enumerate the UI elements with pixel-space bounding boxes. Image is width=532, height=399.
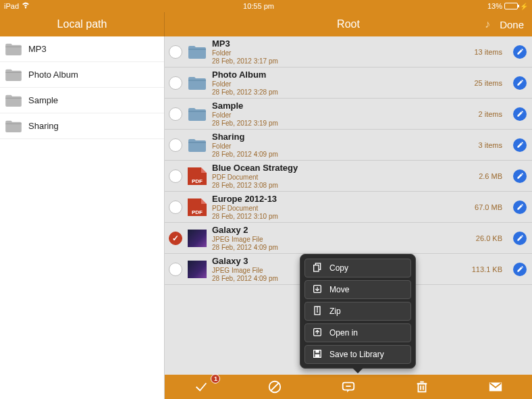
sidebar-item[interactable]: Sample xyxy=(0,88,164,113)
svg-rect-18 xyxy=(315,350,319,352)
file-row[interactable]: MP3 Folder 28 Feb, 2012 3:17 pm 13 items xyxy=(165,36,532,68)
row-date: 28 Feb, 2012 4:09 pm xyxy=(212,244,471,251)
file-row[interactable]: Sharing Folder 28 Feb, 2012 4:09 pm 3 it… xyxy=(165,130,532,161)
file-row[interactable]: Galaxy 2 JPEG Image File 28 Feb, 2012 4:… xyxy=(165,223,532,254)
file-row[interactable]: PDF Europe 2012-13 PDF Document 28 Feb, … xyxy=(165,192,532,223)
popover-item-label: Open in xyxy=(329,328,358,338)
svg-line-1 xyxy=(271,383,279,391)
file-row[interactable]: Sample Folder 28 Feb, 2012 3:19 pm 2 ite… xyxy=(165,99,532,130)
edit-button[interactable] xyxy=(513,201,527,214)
sidebar-item[interactable]: Sharing xyxy=(0,113,164,139)
row-meta: 2.6 MB xyxy=(479,172,502,180)
folder-icon xyxy=(188,74,207,92)
wifi-icon xyxy=(22,2,30,10)
pdf-icon: PDF xyxy=(188,167,207,185)
row-type: Folder xyxy=(212,49,469,57)
edit-button[interactable] xyxy=(513,169,527,183)
select-button[interactable]: 1 xyxy=(194,379,209,394)
header-left-title: Local path xyxy=(0,12,165,36)
header-right-title: Root xyxy=(165,18,532,30)
popover-item-label: Save to Library xyxy=(329,350,384,359)
row-checkbox[interactable] xyxy=(169,263,182,276)
row-type: PDF Document xyxy=(212,174,473,181)
svg-rect-11 xyxy=(314,265,319,271)
sidebar-item[interactable]: MP3 xyxy=(0,36,164,62)
delete-button[interactable] xyxy=(415,379,429,394)
row-type: PDF Document xyxy=(212,205,469,212)
row-checkbox[interactable] xyxy=(169,138,182,152)
charging-icon: ⚡ xyxy=(520,3,528,10)
row-info: Photo Album Folder 28 Feb, 2012 3:28 pm xyxy=(212,70,469,96)
status-time: 10:55 pm xyxy=(30,2,487,10)
device-label: iPad xyxy=(4,2,19,10)
music-icon[interactable]: ♪ xyxy=(485,18,490,30)
file-row[interactable]: PDF Blue Ocean Strategy PDF Document 28 … xyxy=(165,161,532,192)
row-checkbox[interactable] xyxy=(169,232,182,245)
header: Local path Root ♪ Done xyxy=(0,12,532,36)
edit-button[interactable] xyxy=(513,107,527,121)
popover-item-openin[interactable]: Open in xyxy=(304,323,411,342)
status-bar: iPad 10:55 pm 13% ⚡ xyxy=(0,0,532,12)
row-info: Europe 2012-13 PDF Document 28 Feb, 2012… xyxy=(212,194,469,220)
popover-item-save[interactable]: Save to Library xyxy=(304,345,411,364)
row-info: Sharing Folder 28 Feb, 2012 4:09 pm xyxy=(212,132,473,158)
row-info: Sample Folder 28 Feb, 2012 3:19 pm xyxy=(212,101,473,127)
edit-button[interactable] xyxy=(513,138,527,152)
row-name: Europe 2012-13 xyxy=(212,194,469,204)
pdf-icon: PDF xyxy=(188,198,207,216)
svg-point-15 xyxy=(317,311,318,313)
row-meta: 13 items xyxy=(474,48,502,56)
row-checkbox[interactable] xyxy=(169,107,182,121)
openin-icon xyxy=(312,327,323,340)
action-popover: CopyMoveZipOpen inSave to Library xyxy=(300,254,416,369)
mail-button[interactable] xyxy=(488,379,503,394)
row-name: MP3 xyxy=(212,38,469,49)
folder-icon xyxy=(4,68,23,82)
sidebar: MP3Photo AlbumSampleSharing xyxy=(0,36,165,399)
file-row[interactable]: Photo Album Folder 28 Feb, 2012 3:28 pm … xyxy=(165,68,532,99)
row-checkbox[interactable] xyxy=(169,45,182,59)
row-meta: 3 items xyxy=(479,141,502,149)
row-meta: 25 items xyxy=(474,79,502,87)
edit-button[interactable] xyxy=(513,76,527,90)
row-checkbox[interactable] xyxy=(169,76,182,90)
sidebar-item-label: Sharing xyxy=(28,121,59,131)
row-checkbox[interactable] xyxy=(169,169,182,183)
move-icon xyxy=(312,284,323,296)
actions-button[interactable] xyxy=(341,379,356,394)
sidebar-item-label: Photo Album xyxy=(28,70,78,80)
edit-button[interactable] xyxy=(513,45,527,59)
cancel-button[interactable] xyxy=(267,379,282,394)
battery-percent: 13% xyxy=(487,2,502,10)
row-type: Folder xyxy=(212,80,469,88)
folder-icon xyxy=(188,105,207,123)
row-name: Sample xyxy=(212,101,473,111)
done-button[interactable]: Done xyxy=(500,19,524,30)
row-type: Folder xyxy=(212,111,473,119)
row-meta: 2 items xyxy=(479,110,502,118)
popover-item-label: Copy xyxy=(329,263,348,273)
folder-icon xyxy=(188,43,207,61)
image-thumb xyxy=(188,261,207,278)
row-meta: 113.1 KB xyxy=(472,265,502,273)
selection-badge: 1 xyxy=(211,374,220,383)
edit-button[interactable] xyxy=(513,232,527,245)
zip-icon xyxy=(312,305,323,318)
copy-icon xyxy=(312,262,323,275)
sidebar-item[interactable]: Photo Album xyxy=(0,62,164,88)
row-checkbox[interactable] xyxy=(169,201,182,214)
edit-button[interactable] xyxy=(513,263,527,276)
svg-rect-4 xyxy=(418,383,425,392)
row-info: MP3 Folder 28 Feb, 2012 3:17 pm xyxy=(212,38,469,65)
popover-item-copy[interactable]: Copy xyxy=(304,259,411,277)
popover-item-move[interactable]: Move xyxy=(304,280,411,299)
sidebar-item-label: Sample xyxy=(28,95,58,105)
popover-item-zip[interactable]: Zip xyxy=(304,302,411,321)
row-name: Sharing xyxy=(212,132,473,142)
row-name: Photo Album xyxy=(212,70,469,80)
save-icon xyxy=(312,348,323,361)
popover-item-label: Move xyxy=(329,285,349,294)
row-date: 28 Feb, 2012 4:09 pm xyxy=(212,151,473,158)
row-info: Galaxy 2 JPEG Image File 28 Feb, 2012 4:… xyxy=(212,225,471,251)
row-info: Blue Ocean Strategy PDF Document 28 Feb,… xyxy=(212,163,473,189)
